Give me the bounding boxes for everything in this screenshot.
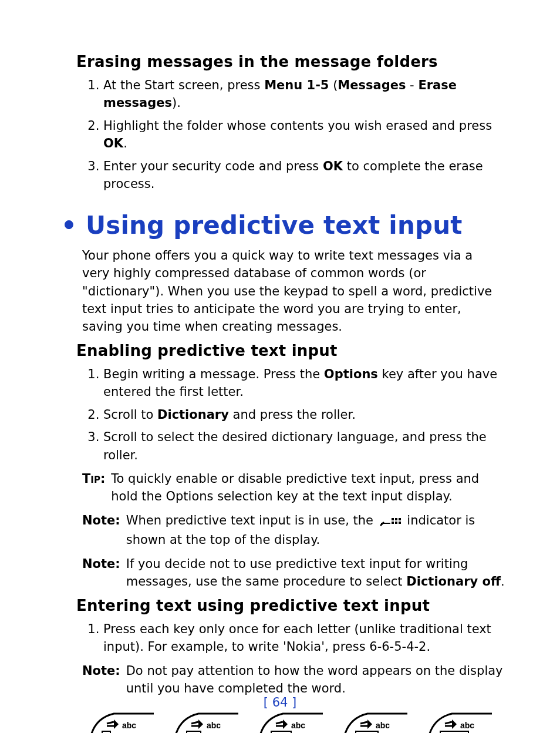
- svg-line-27: [360, 722, 367, 724]
- note-label: Note:: [82, 664, 120, 678]
- note-line-2: Note: If you decide not to use predictiv…: [82, 555, 507, 591]
- svg-rect-6: [395, 522, 397, 524]
- heading-enable-predictive: Enabling predictive text input: [76, 342, 507, 359]
- steps-enable-predictive: Begin writing a message. Press the Optio…: [76, 365, 507, 464]
- svg-text:abc: abc: [122, 721, 136, 730]
- step-1: Begin writing a message. Press the Optio…: [103, 365, 507, 401]
- phone-screen-icon: abc Onli: [338, 709, 407, 733]
- svg-line-21: [276, 722, 283, 724]
- note-line-1: Note: When predictive text input is in u…: [82, 512, 507, 549]
- svg-marker-35: [452, 719, 457, 729]
- svg-marker-23: [283, 719, 288, 729]
- intro-paragraph: Your phone offers you a quick way to wri…: [82, 247, 501, 336]
- svg-marker-11: [114, 719, 119, 729]
- step-3: Scroll to select the desired dictionary …: [103, 428, 507, 464]
- pencil-indicator-icon: [380, 513, 401, 531]
- page: Erasing messages in the message folders …: [0, 0, 560, 733]
- tip-label: Tip:: [82, 470, 105, 506]
- svg-text:abc: abc: [460, 721, 474, 730]
- heading-erase-messages: Erasing messages in the message folders: [76, 53, 507, 70]
- heading-using-predictive: Using predictive text input: [61, 211, 507, 240]
- phone-screen-icon: abc On: [169, 709, 238, 733]
- svg-marker-29: [367, 719, 372, 729]
- note-label: Note:: [82, 557, 120, 571]
- phone-screen-icon: abc Mol: [254, 709, 323, 733]
- heading-entering-text: Entering text using predictive text inpu…: [76, 597, 507, 614]
- step-2: Highlight the folder whose contents you …: [103, 117, 507, 153]
- svg-rect-7: [399, 522, 401, 524]
- tip-text: To quickly enable or disable predictive …: [111, 470, 507, 506]
- step-1: At the Start screen, press Menu 1-5 (Mes…: [103, 76, 507, 112]
- svg-rect-5: [392, 522, 394, 524]
- svg-rect-4: [399, 518, 401, 520]
- phone-screen-icon: abc O: [85, 709, 154, 733]
- note-text: When predictive text input is in use, th…: [126, 512, 507, 549]
- steps-entering-text: Press each key only once for each letter…: [76, 620, 507, 656]
- note-line-3: Note: Do not pay attention to how the wo…: [82, 662, 507, 698]
- svg-text:abc: abc: [376, 721, 390, 730]
- steps-erase-messages: At the Start screen, press Menu 1-5 (Mes…: [76, 76, 507, 193]
- note-label: Note:: [82, 513, 120, 527]
- svg-marker-17: [198, 719, 203, 729]
- svg-text:abc: abc: [291, 721, 305, 730]
- svg-line-15: [191, 722, 198, 724]
- page-number: [ 64 ]: [0, 695, 560, 710]
- note-text: If you decide not to use predictive text…: [126, 555, 507, 591]
- svg-line-9: [107, 722, 114, 724]
- phone-screen-icons: abc O abc On abc Mol abc: [85, 709, 507, 733]
- step-1: Press each key only once for each letter…: [103, 620, 507, 656]
- svg-line-33: [445, 722, 452, 724]
- tip-line: Tip: To quickly enable or disable predic…: [82, 470, 507, 506]
- svg-text:abc: abc: [207, 721, 221, 730]
- svg-rect-2: [392, 518, 394, 520]
- note-text: Do not pay attention to how the word app…: [126, 662, 507, 698]
- phone-screen-icon: abc Nokia: [423, 709, 492, 733]
- step-3: Enter your security code and press OK to…: [103, 157, 507, 193]
- step-2: Scroll to Dictionary and press the rolle…: [103, 406, 507, 423]
- svg-rect-3: [395, 518, 397, 520]
